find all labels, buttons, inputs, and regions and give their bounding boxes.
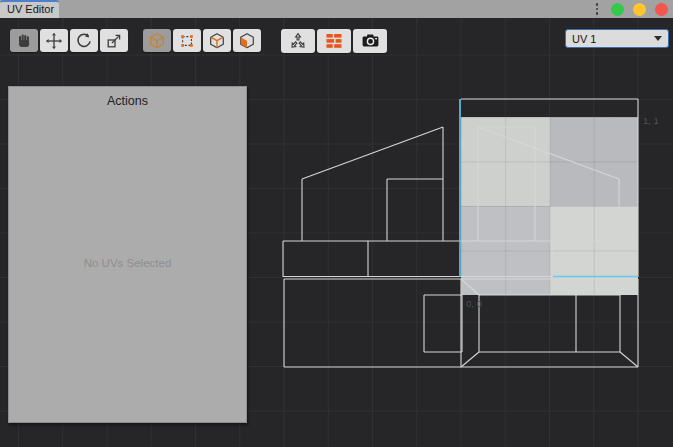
uv-texture-preview bbox=[461, 117, 638, 295]
tab-uv-editor[interactable]: UV Editor bbox=[0, 0, 59, 18]
chevron-down-icon bbox=[654, 36, 662, 41]
vertex-select-icon bbox=[178, 32, 196, 50]
edge-select-icon bbox=[208, 32, 226, 50]
cube-outline-icon bbox=[148, 32, 166, 50]
kebab-menu-icon[interactable] bbox=[596, 3, 598, 14]
actions-panel-title: Actions bbox=[9, 94, 246, 108]
hand-icon bbox=[15, 32, 33, 50]
face-mode-button[interactable] bbox=[233, 29, 261, 52]
yellow-dot[interactable] bbox=[633, 3, 646, 16]
uv-editor-window: 1, 10, 0 UV Editor bbox=[0, 0, 673, 447]
texture-grid-overlay bbox=[461, 117, 638, 295]
no-uvs-selected-message: No UVs Selected bbox=[9, 257, 246, 269]
convert-to-manual-button[interactable] bbox=[281, 29, 315, 53]
transform-tool-group bbox=[10, 29, 128, 52]
render-uv-template-button[interactable] bbox=[353, 29, 387, 53]
rotate-tool-button[interactable] bbox=[70, 29, 98, 52]
unwrap-arrows-icon bbox=[289, 32, 307, 50]
edge-mode-button[interactable] bbox=[203, 29, 231, 52]
titlebar-controls bbox=[596, 0, 673, 18]
green-dot[interactable] bbox=[611, 3, 624, 16]
uv-channel-dropdown[interactable]: UV 1 bbox=[565, 29, 669, 48]
move-tool-button[interactable] bbox=[40, 29, 68, 52]
texture-preview-button[interactable] bbox=[317, 29, 351, 53]
actions-panel: Actions No UVs Selected bbox=[8, 86, 247, 423]
toolbar bbox=[10, 29, 387, 53]
rotate-icon bbox=[75, 32, 93, 50]
scale-tool-button[interactable] bbox=[100, 29, 128, 52]
camera-icon bbox=[361, 32, 380, 50]
pan-tool-button[interactable] bbox=[10, 29, 38, 52]
vertex-mode-button[interactable] bbox=[173, 29, 201, 52]
move-icon bbox=[45, 32, 63, 50]
uv-channel-value: UV 1 bbox=[572, 33, 654, 45]
red-dot[interactable] bbox=[655, 3, 668, 16]
scale-icon bbox=[105, 32, 123, 50]
tab-bar: UV Editor bbox=[0, 0, 673, 18]
uv-action-group bbox=[281, 29, 387, 53]
face-select-icon bbox=[238, 32, 256, 50]
bricks-icon bbox=[325, 32, 343, 50]
tab-title: UV Editor bbox=[7, 3, 54, 15]
object-mode-button[interactable] bbox=[143, 29, 171, 52]
selection-mode-group bbox=[143, 29, 261, 52]
